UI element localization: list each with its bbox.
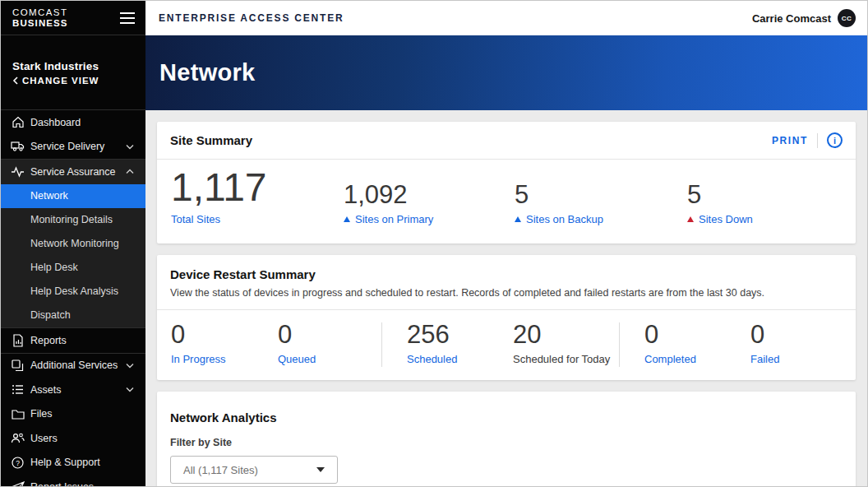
copy-icon [11,359,25,372]
stat-label-text: Completed [644,353,696,365]
stat-label-text: Failed [750,353,779,365]
stat-label-link[interactable]: In Progress [171,353,225,365]
stat-value: 0 [278,322,316,347]
home-icon [11,116,25,128]
enterprise-access-center-app: COMCAST BUSINESS Stark Industries CHANGE… [0,0,868,487]
account-context: Stark Industries CHANGE VIEW [1,35,145,110]
truck-icon [11,141,25,152]
service-assurance-section: Service Assurance Network Monitoring Det… [1,160,145,328]
paper-plane-icon [11,481,25,487]
stat-label-text: Sites on Primary [355,213,433,225]
question-circle-icon: ? [11,457,25,469]
sidebar: COMCAST BUSINESS Stark Industries CHANGE… [1,1,145,486]
sidebar-item-additional-services[interactable]: Additional Services [1,354,145,378]
sidebar-subitem-network[interactable]: Network [1,184,145,208]
sidebar-item-label: Reports [30,335,67,346]
pulse-icon [11,166,25,178]
stat-scheduled: 256 Scheduled [407,322,457,365]
stat-sites-down: 5 Sites Down [687,182,753,225]
dropdown-arrow-icon [316,467,325,472]
change-view-label: CHANGE VIEW [22,76,99,86]
stat-scheduled-for-today: 20 Scheduled for Today [513,322,610,365]
top-bar: ENTERPRISE ACCESS CENTER Carrie Comcast … [145,1,867,35]
stat-sites-on-primary: 1,092 Sites on Primary [344,182,433,225]
stat-label-link[interactable]: Completed [644,353,696,365]
stat-value: 5 [687,182,753,207]
sidebar-item-service-delivery[interactable]: Service Delivery [1,135,145,160]
stat-value: 20 [513,322,610,347]
site-summary-card: Site Summary PRINT 1,117 Total Sites [157,122,856,244]
stat-label-link[interactable]: Queued [278,353,316,365]
sidebar-item-label: Files [30,408,52,420]
sidebar-item-service-assurance[interactable]: Service Assurance [1,160,145,184]
brand-logo-area: COMCAST BUSINESS [1,1,145,35]
sidebar-subitem-network-monitoring[interactable]: Network Monitoring [1,232,145,256]
stat-group-divider [381,322,382,367]
action-divider [817,133,818,148]
sidebar-item-assets[interactable]: Assets [1,378,145,402]
stat-label-text: Sites Down [699,213,753,225]
stat-label-link[interactable]: Total Sites [171,213,267,225]
user-name: Carrie Comcast [752,12,831,25]
stat-value: 0 [644,322,696,347]
chevron-left-icon [12,77,19,85]
user-menu[interactable]: Carrie Comcast CC [752,9,856,27]
report-document-icon [11,334,25,347]
users-icon [11,433,25,443]
sidebar-subitem-help-desk-analysis[interactable]: Help Desk Analysis [1,280,145,304]
sidebar-item-label: Additional Services [30,359,118,371]
device-restart-title: Device Restart Summary [170,267,843,281]
stat-group-divider [619,322,620,367]
stat-label-link[interactable]: Sites on Primary [344,213,433,225]
sidebar-item-report-issues[interactable]: Report Issues [1,475,145,487]
stat-total-sites: 1,117 Total Sites [171,168,267,225]
sidebar-item-reports[interactable]: Reports [1,328,145,353]
comcast-business-logo: COMCAST BUSINESS [12,7,68,27]
sidebar-item-label: Report Issues [30,481,94,487]
sidebar-item-label: Users [30,433,58,444]
info-icon[interactable] [827,132,843,148]
stat-value: 256 [407,322,457,347]
stat-sites-on-backup: 5 Sites on Backup [515,182,603,225]
account-name: Stark Industries [12,60,134,72]
sidebar-item-label: Dashboard [30,117,81,128]
stat-label: Scheduled for Today [513,353,610,365]
print-button[interactable]: PRINT [772,135,808,146]
main-area: ENTERPRISE ACCESS CENTER Carrie Comcast … [145,1,867,486]
sidebar-item-help-support[interactable]: ? Help & Support [1,451,145,475]
stat-label-text: Scheduled for Today [513,353,610,365]
site-filter-dropdown[interactable]: All (1,117 Sites) [170,456,338,484]
svg-text:?: ? [16,458,20,466]
sidebar-item-files[interactable]: Files [1,402,145,427]
sidebar-item-label: Service Assurance [30,166,116,178]
triangle-up-red-icon [687,216,694,222]
sidebar-item-label: Help & Support [30,457,100,468]
page-banner: Network [145,35,867,110]
avatar[interactable]: CC [838,9,856,27]
chevron-down-icon [126,363,134,369]
folder-icon [11,409,25,420]
list-icon [11,384,25,395]
device-restart-description: View the status of devices in progress a… [170,287,843,299]
sidebar-subitem-help-desk[interactable]: Help Desk [1,256,145,280]
sidebar-subitem-dispatch[interactable]: Dispatch [1,304,145,327]
stat-label-link[interactable]: Failed [750,353,779,365]
chevron-down-icon [126,387,134,392]
sidebar-subitem-monitoring-details[interactable]: Monitoring Details [1,208,145,232]
stat-label-link[interactable]: Scheduled [407,353,457,365]
logo-line-business: BUSINESS [12,18,68,28]
sidebar-nav: Dashboard Service Delivery Service Assur… [1,110,145,487]
sidebar-item-dashboard[interactable]: Dashboard [1,110,145,135]
stat-in-progress: 0 In Progress [171,322,225,365]
site-summary-header: Site Summary PRINT [157,122,856,160]
sidebar-item-label: Service Delivery [30,141,104,152]
change-view-link[interactable]: CHANGE VIEW [12,76,134,86]
stat-label-link[interactable]: Sites Down [687,213,753,225]
network-analytics-title: Network Analytics [170,410,843,424]
stat-failed: 0 Failed [750,322,779,365]
sidebar-item-users[interactable]: Users [1,426,145,451]
hamburger-menu-icon[interactable] [120,11,135,26]
chevron-down-icon [126,144,134,150]
network-analytics-card: Network Analytics Filter by Site All (1,… [157,392,856,486]
stat-label-link[interactable]: Sites on Backup [515,213,603,225]
